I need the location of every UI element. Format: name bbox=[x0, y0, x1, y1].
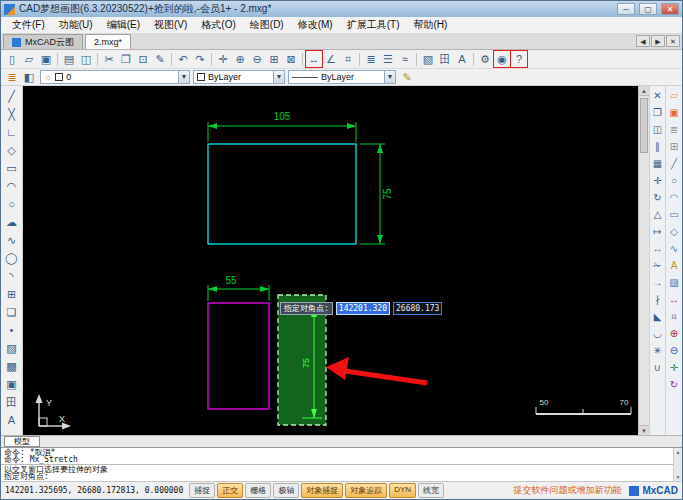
rect-tool-icon[interactable]: ▭ bbox=[666, 207, 682, 223]
scroll-up-icon[interactable]: ▲ bbox=[674, 448, 682, 456]
scroll-down-icon[interactable]: ▼ bbox=[639, 425, 649, 435]
join-icon[interactable]: ∪ bbox=[650, 360, 665, 376]
draw-ellipse-icon[interactable]: ◯ bbox=[3, 250, 21, 267]
pan-icon[interactable]: ✛ bbox=[215, 51, 231, 67]
tab-current-drawing[interactable]: 2.mxg* bbox=[85, 34, 131, 49]
statusbar-toggle-otrack[interactable]: 对象追踪 bbox=[345, 483, 387, 498]
properties-palette-icon[interactable]: ☰ bbox=[380, 51, 396, 67]
statusbar-toggle-grid[interactable]: 栅格 bbox=[245, 483, 271, 498]
dynamic-input-x-field[interactable]: 142201.320 bbox=[336, 302, 390, 315]
menu-file[interactable]: 文件(F) bbox=[5, 17, 52, 33]
arc-tool-icon[interactable]: ◠ bbox=[666, 190, 682, 206]
new-file-icon[interactable]: ▯ bbox=[4, 51, 20, 67]
lengthen-icon[interactable]: ↔ bbox=[650, 241, 665, 257]
format-painter-icon[interactable]: ✎ bbox=[152, 51, 168, 67]
draw-polyline-icon[interactable]: ∟ bbox=[3, 124, 21, 141]
draw-circle-icon[interactable]: ○ bbox=[3, 196, 21, 213]
layer-tool-icon[interactable]: ≣ bbox=[666, 122, 682, 138]
chevron-down-icon[interactable]: ▼ bbox=[273, 71, 284, 83]
menu-view[interactable]: 视图(V) bbox=[147, 17, 194, 33]
draw-spline-icon[interactable]: ∿ bbox=[3, 232, 21, 249]
statusbar-toggle-osnap[interactable]: 对象捕捉 bbox=[301, 483, 343, 498]
drawing-canvas[interactable]: 105 75 bbox=[23, 86, 638, 435]
menu-function[interactable]: 功能(U) bbox=[52, 17, 100, 33]
vertical-scrollbar-thumb[interactable] bbox=[640, 98, 648, 153]
find-text-icon[interactable]: A bbox=[454, 51, 470, 67]
erase-icon[interactable]: ✕ bbox=[650, 88, 665, 104]
gradient-icon[interactable]: ▩ bbox=[3, 358, 21, 375]
draw-rectangle-icon[interactable]: ▭ bbox=[3, 160, 21, 177]
tab-close-icon[interactable]: ✕ bbox=[666, 35, 680, 47]
copy-icon[interactable]: ❐ bbox=[118, 51, 134, 67]
region-icon[interactable]: ▣ bbox=[3, 376, 21, 393]
statusbar-toggle-lineweight[interactable]: 线宽 bbox=[418, 483, 444, 498]
insert-tool-icon[interactable]: ⊞ bbox=[666, 139, 682, 155]
layer-properties-icon[interactable]: ≣ bbox=[4, 69, 20, 85]
feedback-link[interactable]: 提交软件问题或增加新功能 bbox=[513, 484, 621, 497]
tab-mxcad-cloud[interactable]: MxCAD云图 bbox=[3, 34, 83, 49]
pan-tool-icon[interactable]: ✛ bbox=[666, 360, 682, 376]
record-tool-icon[interactable]: ◉ bbox=[494, 51, 510, 67]
plot-icon[interactable]: ▤ bbox=[61, 51, 77, 67]
zoom-out-icon[interactable]: ⊖ bbox=[249, 51, 265, 67]
draw-line-icon[interactable]: ╱ bbox=[3, 88, 21, 105]
measure-tool-icon[interactable]: ⌗ bbox=[666, 309, 682, 325]
command-text[interactable]: 命令: *取消* 命令: Mx_Stretch 以交叉窗口选择要拉伸的对象 指定… bbox=[1, 448, 673, 481]
save-drawing-icon[interactable]: ▣ bbox=[666, 105, 682, 121]
chamfer-icon[interactable]: ◣ bbox=[650, 309, 665, 325]
linetype-dropdown[interactable]: ByLayer ▼ bbox=[288, 70, 396, 84]
move-icon[interactable]: ✛ bbox=[650, 173, 665, 189]
open-drawing-icon[interactable]: ▱ bbox=[666, 88, 682, 104]
circle-tool-icon[interactable]: ○ bbox=[666, 173, 682, 189]
undo-icon[interactable]: ↶ bbox=[175, 51, 191, 67]
draw-arc-icon[interactable]: ◠ bbox=[3, 178, 21, 195]
statusbar-toggle-ortho[interactable]: 正交 bbox=[217, 483, 243, 498]
redo-icon[interactable]: ↷ bbox=[192, 51, 208, 67]
insert-table-icon[interactable]: 田 bbox=[437, 51, 453, 67]
vertical-scrollbar[interactable]: ▲ ▼ bbox=[638, 86, 649, 435]
close-button[interactable]: ✕ bbox=[661, 3, 679, 15]
print-preview-icon[interactable]: ◫ bbox=[78, 51, 94, 67]
model-tab[interactable]: 模型 bbox=[4, 436, 40, 447]
measure-angle-icon[interactable]: ∠ bbox=[323, 51, 339, 67]
menu-modify[interactable]: 修改(M) bbox=[291, 17, 340, 33]
offset-icon[interactable]: ∥ bbox=[650, 139, 665, 155]
rotate-icon[interactable]: ↻ bbox=[650, 190, 665, 206]
draw-revcloud-icon[interactable]: ☁ bbox=[3, 214, 21, 231]
color-dropdown[interactable]: ByLayer ▼ bbox=[193, 70, 285, 84]
zoom-in-tool-icon[interactable]: ⊕ bbox=[666, 326, 682, 342]
menu-draw[interactable]: 绘图(D) bbox=[243, 17, 291, 33]
menu-help[interactable]: 帮助(H) bbox=[406, 17, 454, 33]
layer-manager-icon[interactable]: ≣ bbox=[363, 51, 379, 67]
menu-format[interactable]: 格式(O) bbox=[194, 17, 242, 33]
stretch-icon[interactable]: ↦ bbox=[650, 224, 665, 240]
regen-tool-icon[interactable]: ↻ bbox=[666, 377, 682, 393]
scroll-down-icon[interactable]: ▼ bbox=[674, 473, 682, 481]
table-icon[interactable]: 田 bbox=[3, 394, 21, 411]
open-file-icon[interactable]: ▱ bbox=[21, 51, 37, 67]
make-block-icon[interactable]: ❏ bbox=[3, 304, 21, 321]
dimension-tool-icon[interactable]: ↔ bbox=[666, 292, 682, 308]
scale-icon[interactable]: △ bbox=[650, 207, 665, 223]
layer-states-icon[interactable]: ◧ bbox=[21, 69, 37, 85]
layer-dropdown[interactable]: ☼ 0 ▼ bbox=[40, 70, 190, 84]
statusbar-toggle-snap[interactable]: 捕捉 bbox=[189, 483, 215, 498]
chevron-down-icon[interactable]: ▼ bbox=[384, 71, 395, 83]
hatch-icon[interactable]: ▨ bbox=[3, 340, 21, 357]
statusbar-toggle-polar[interactable]: 极轴 bbox=[273, 483, 299, 498]
extend-icon[interactable]: → bbox=[650, 275, 665, 291]
menu-ext-tools[interactable]: 扩展工具(T) bbox=[340, 17, 407, 33]
command-prompt[interactable]: 以交叉窗口选择要拉伸的对象 指定对角点: bbox=[1, 465, 673, 481]
spline-tool-icon[interactable]: ∿ bbox=[666, 241, 682, 257]
insert-block-icon[interactable]: ⊞ bbox=[3, 286, 21, 303]
zoom-in-icon[interactable]: ⊕ bbox=[232, 51, 248, 67]
match-properties-icon[interactable]: ✎ bbox=[399, 69, 415, 85]
help-tool-icon[interactable]: ? bbox=[511, 51, 527, 67]
text-tool-icon[interactable]: A bbox=[666, 258, 682, 274]
copy-object-icon[interactable]: ❐ bbox=[650, 105, 665, 121]
array-icon[interactable]: ▦ bbox=[650, 156, 665, 172]
fillet-icon[interactable]: ◡ bbox=[650, 326, 665, 342]
zoom-window-icon[interactable]: ⊞ bbox=[266, 51, 282, 67]
draw-ellipse-arc-icon[interactable]: ◝ bbox=[3, 268, 21, 285]
scroll-up-icon[interactable]: ▲ bbox=[639, 86, 649, 96]
